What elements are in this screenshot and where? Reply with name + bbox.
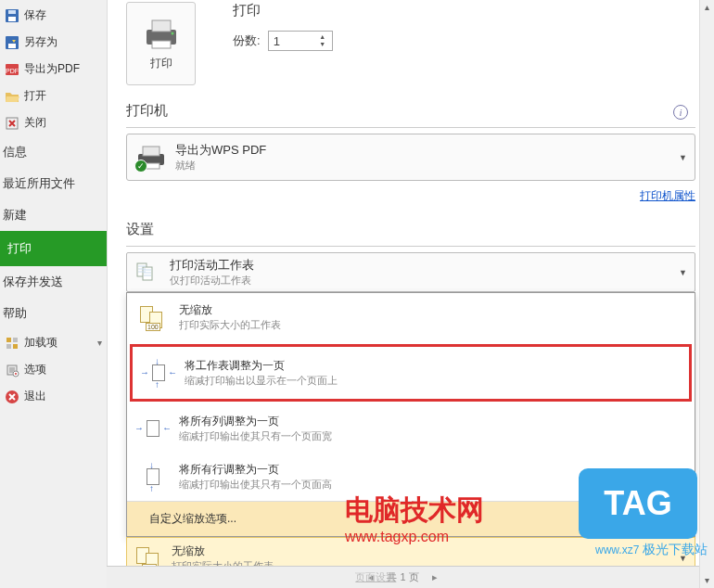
printer-properties-link[interactable]: 打印机属性 — [640, 189, 695, 202]
sidebar-item-exit[interactable]: 退出 — [0, 383, 107, 410]
sidebar-label: 关闭 — [24, 115, 46, 131]
print-button-label: 打印 — [150, 56, 172, 71]
copies-value: 1 — [274, 34, 280, 48]
spinner-up-icon[interactable]: ▲ — [318, 33, 327, 41]
scroll-down-icon[interactable]: ▾ — [700, 573, 714, 588]
sidebar-item-new[interactable]: 新建 — [0, 199, 107, 231]
option-sub: 缩减打印输出使其只有一个页面宽 — [179, 429, 332, 443]
chevron-down-icon: ▼ — [679, 153, 687, 162]
svg-rect-10 — [6, 344, 11, 349]
printer-icon — [143, 17, 180, 50]
sheets-icon — [134, 261, 160, 285]
sidebar: 保存 另存为 PDF 导出为PDF 打开 关闭 信息 最近所用文件 新建 打印 … — [0, 0, 107, 588]
print-button[interactable]: 打印 — [126, 2, 196, 85]
sidebar-item-save-send[interactable]: 保存并发送 — [0, 266, 107, 298]
scale-option-fit-columns[interactable]: → ← 将所有列调整为一页 缩减打印输出使其只有一个页面宽 — [127, 404, 695, 453]
scale-option-none[interactable]: 100 无缩放 打印实际大小的工作表 — [127, 293, 695, 341]
watermark-text: 电脑技术网 — [345, 492, 484, 530]
vertical-scrollbar[interactable]: ▴ ▾ — [699, 0, 714, 588]
option-title: 无缩放 — [179, 302, 281, 318]
current-title: 无缩放 — [172, 543, 274, 559]
sidebar-item-options[interactable]: 选项 — [0, 356, 107, 383]
watermark-url: www.tagxp.com — [345, 529, 449, 545]
chevron-down-icon: ▼ — [679, 268, 687, 277]
printer-selector[interactable]: ✓ 导出为WPS PDF 就绪 ▼ — [126, 134, 695, 181]
sidebar-label: 导出为PDF — [24, 61, 80, 77]
save-icon — [5, 8, 19, 23]
exit-icon — [5, 390, 19, 404]
setting-title: 打印活动工作表 — [170, 257, 254, 274]
ready-badge-icon: ✓ — [134, 160, 147, 173]
sidebar-item-recent[interactable]: 最近所用文件 — [0, 168, 107, 199]
open-icon — [5, 89, 19, 104]
option-title: 自定义缩放选项... — [149, 511, 236, 527]
sidebar-label: 打印 — [7, 240, 32, 257]
svg-rect-17 — [152, 20, 171, 32]
no-scale-icon: 100 — [140, 304, 166, 330]
settings-section-title: 设置 — [126, 221, 695, 238]
printer-info-button[interactable]: i — [673, 105, 688, 120]
svg-rect-18 — [152, 41, 171, 48]
printer-device-icon: ✓ — [136, 145, 166, 171]
sidebar-label: 打开 — [24, 88, 46, 104]
fit-page-icon: ↓ ↑ → ← — [146, 360, 172, 386]
page-setup-link[interactable]: 页面设置 — [355, 570, 396, 584]
next-page-button[interactable]: ▸ — [428, 571, 441, 583]
sidebar-item-open[interactable]: 打开 — [0, 83, 107, 109]
fit-columns-icon: → ← — [140, 415, 166, 441]
svg-rect-2 — [8, 10, 16, 14]
sidebar-item-close[interactable]: 关闭 — [0, 109, 107, 136]
svg-rect-21 — [143, 147, 159, 156]
option-sub: 缩减打印输出以显示在一个页面上 — [185, 374, 338, 388]
print-title: 打印 — [233, 2, 333, 19]
pdf-icon: PDF — [5, 62, 19, 77]
scroll-up-icon[interactable]: ▴ — [700, 0, 714, 15]
sidebar-label: 选项 — [24, 362, 46, 377]
watermark-sub: www.xz7 极光下载站 — [595, 542, 708, 558]
option-title: 将所有列调整为一页 — [179, 414, 332, 429]
svg-rect-8 — [6, 338, 11, 342]
printer-name: 导出为WPS PDF — [175, 142, 266, 159]
option-title: 将工作表调整为一页 — [185, 358, 338, 374]
svg-rect-1 — [8, 17, 16, 21]
option-sub: 打印实际大小的工作表 — [179, 318, 281, 332]
option-title: 将所有行调整为一页 — [179, 462, 332, 478]
addin-icon — [5, 336, 19, 351]
svg-rect-11 — [13, 344, 18, 349]
printer-section-title: 打印机 — [126, 102, 695, 120]
sidebar-item-info[interactable]: 信息 — [0, 136, 107, 168]
scale-option-fit-sheet[interactable]: ↓ ↑ → ← 将工作表调整为一页 缩减打印输出以显示在一个页面上 — [130, 344, 692, 402]
copies-input[interactable]: 1 ▲ ▼ — [268, 31, 333, 51]
copies-label: 份数: — [233, 32, 261, 49]
sidebar-item-print[interactable]: 打印 — [0, 231, 107, 266]
sidebar-label: 加载项 — [24, 335, 57, 351]
sidebar-item-export-pdf[interactable]: PDF 导出为PDF — [0, 56, 107, 83]
status-bar: ◂ 共 1 页 ▸ 页面设置 — [107, 566, 699, 588]
sidebar-item-saveas[interactable]: 另存为 — [0, 29, 107, 56]
print-area-selector[interactable]: 打印活动工作表 仅打印活动工作表 ▼ — [126, 252, 695, 292]
svg-rect-4 — [8, 44, 16, 48]
close-icon — [5, 116, 19, 131]
spinner-down-icon[interactable]: ▼ — [318, 41, 327, 48]
fit-rows-icon: ↓ ↑ — [140, 464, 166, 490]
sidebar-item-save[interactable]: 保存 — [0, 2, 107, 29]
sidebar-label: 保存 — [24, 7, 46, 23]
printer-status: 就绪 — [175, 159, 266, 173]
svg-rect-9 — [13, 338, 18, 342]
svg-point-19 — [171, 32, 173, 34]
sidebar-label: 另存为 — [24, 34, 57, 50]
saveas-icon — [5, 35, 19, 50]
svg-point-14 — [15, 373, 17, 375]
svg-text:PDF: PDF — [6, 68, 19, 74]
chevron-icon: ▾ — [97, 338, 102, 348]
info-icon: i — [673, 105, 688, 120]
options-icon — [5, 363, 19, 377]
sidebar-item-addins[interactable]: 加载项 ▾ — [0, 329, 107, 356]
watermark-badge: TAG — [579, 468, 697, 539]
sidebar-label: 退出 — [24, 389, 46, 404]
option-sub: 缩减打印输出使其只有一个页面高 — [179, 478, 332, 492]
setting-sub: 仅打印活动工作表 — [170, 274, 254, 288]
sidebar-item-help[interactable]: 帮助 — [0, 298, 107, 329]
